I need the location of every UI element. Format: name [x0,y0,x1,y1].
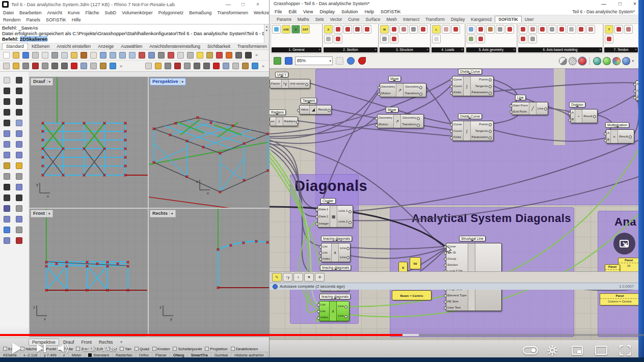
port-motion[interactable]: Motion [381,92,395,95]
ribbon-icon-4-loads-0[interactable]: L [432,25,441,34]
port-end-point[interactable]: End Point [513,110,528,114]
status-gumbal[interactable]: Gumbal [211,353,232,357]
copy-icon[interactable] [60,51,69,60]
gh-menu-file[interactable]: File [275,9,282,14]
viewport-front[interactable]: Front▾ zx [29,208,148,337]
port-b[interactable]: B [607,138,609,142]
viewport-rechts[interactable]: Rechts▾ zy [148,208,270,337]
gh-menu-edit[interactable]: Edit [289,9,297,14]
gh-tab-transform[interactable]: Transform [422,16,448,22]
port-transform[interactable]: Transform [402,123,416,126]
port-line[interactable]: Line [338,304,344,308]
port-list[interactable]: List [320,303,328,307]
gem-blue-icon[interactable] [593,57,601,65]
gh-menu-solution[interactable]: Solution [341,9,358,14]
viewport-dropdown-icon[interactable]: ▾ [47,80,51,83]
drauf-view-canvas[interactable]: yx [30,77,148,208]
cut-icon[interactable] [50,51,59,60]
lamp-icon[interactable] [195,51,204,60]
viewport-drauf[interactable]: Drauf▾ yx [29,76,148,208]
viewport-label-front[interactable]: Front▾ [31,210,53,217]
ribbon-icon-2-section-0[interactable]: A [324,25,333,34]
radians-node[interactable]: esrRadians [270,117,298,126]
port-fe-size[interactable]: FE Size [447,300,467,303]
next-icon[interactable] [36,343,47,353]
gh-tab-curve[interactable]: Curve [345,16,362,22]
toolbar-tab-standard[interactable]: Standard [2,43,28,49]
ribbon-icon-6-axis-based-modeling-8[interactable] [519,35,527,43]
port-line[interactable]: Line [338,314,344,318]
port-points[interactable]: Points [472,78,488,81]
rechts-view-canvas[interactable]: zy [149,209,269,337]
zoom-window-icon[interactable] [118,51,127,60]
lock-icon[interactable] [205,51,214,60]
menu-subd[interactable]: SubD [105,10,117,15]
ribbon-icon-5-axis-geometry-6[interactable] [476,35,485,43]
osnap-scheitelpunkt[interactable]: Scheitelpunkt [173,347,202,351]
move-icon[interactable] [166,51,175,60]
grasshopper-minimize-button[interactable]: — [598,1,609,7]
rendered-mode-icon[interactable] [244,51,253,60]
osnap-knoten[interactable]: Knoten [152,347,170,351]
tag-50[interactable]: 50 [410,257,421,269]
color-wheel-icon[interactable] [612,57,621,65]
toolbar-tab-ansichtsfenstereinstellung[interactable]: Ansichtsfenstereinstellung [146,43,204,49]
rhino-close-button[interactable]: × [252,1,263,8]
ribbon-icon-3-structure-5[interactable] [380,35,389,43]
ribbon-icon-6-axis-based-modeling-0[interactable] [519,25,527,34]
viewport-dropdown-icon[interactable]: ▾ [169,212,173,215]
toolbar-tab-ansicht-einstellen[interactable]: Ansicht einstellen [53,43,94,49]
volume-icon[interactable] [57,343,70,353]
dup-sofistik-grid-icon[interactable] [192,62,201,70]
document-preview-icon[interactable] [622,57,630,65]
port-line[interactable]: Line [340,246,346,250]
front-view-canvas[interactable]: zx [30,209,148,337]
port-a[interactable]: A [607,131,609,135]
port-value[interactable]: Value [301,108,308,112]
panel-column-centric[interactable]: PanelColumn = Centric [600,293,639,305]
status-ortho[interactable]: Ortho [136,353,152,357]
grasshopper-canvas[interactable]: DiagonalsAnalytical System DiagonalsAna [270,69,639,340]
port-tangents[interactable]: Tangents [472,85,488,88]
sofistik-line-icon[interactable] [89,62,98,70]
dup-sofistik-flag-icon[interactable] [211,62,221,70]
sofistik-grid-icon[interactable] [50,62,59,70]
open-file-icon[interactable] [273,57,282,66]
rhino-command-history[interactable]: Befehl: _SaveAs Datei erfolgreich gespei… [0,24,269,43]
sofistik-nodes-icon[interactable] [11,62,20,70]
freeform-icon[interactable] [14,119,23,127]
rotate-icon[interactable] [147,51,156,60]
multiplication-node[interactable]: AB×Result [606,129,634,144]
autoplay-toggle-icon[interactable] [523,346,538,354]
rotate-view-icon[interactable] [98,51,108,60]
port-geometry[interactable]: Geometry [405,85,419,89]
viewport-layout-icon[interactable] [156,51,166,60]
zoom-selected-icon[interactable] [137,51,146,60]
pan-icon[interactable] [89,51,98,60]
port-points[interactable]: Points [472,123,488,126]
menu-bema-ung[interactable]: Bemaßung [189,10,211,15]
toolbar-overflow-icon[interactable]: » [260,64,266,69]
curve-arrow-icon[interactable] [2,193,11,202]
open-icon[interactable] [11,51,20,60]
toolbar-overflow-icon[interactable]: » [253,52,260,58]
dup-sofistik-measure-icon[interactable] [163,62,172,70]
toolbar-tab-ausw-hlen[interactable]: Auswählen [117,43,146,49]
osnap-deaktivieren[interactable]: Deaktivieren [231,347,258,351]
rhino-titlebar[interactable]: Teil 6 - Das analytische System.3dm (127… [0,0,269,10]
sofistik-cabinet-icon[interactable] [98,62,108,70]
osnap-quad[interactable]: Quad [135,347,149,351]
port-parameters[interactable]: Parameters [472,135,488,139]
status-standard[interactable]: Standard [85,353,113,357]
object-snap-icon[interactable] [185,51,195,60]
gem-green-icon[interactable] [603,57,611,65]
ribbon-icon-1-general-3[interactable]: DAT [301,25,310,34]
gears-icon[interactable] [2,161,11,170]
paste-icon[interactable] [69,51,78,60]
port-b[interactable]: B [572,118,574,121]
sofistik-grid-edit-icon[interactable] [60,62,69,70]
gh-tab-maths[interactable]: Maths [294,16,312,22]
tangent-node[interactable]: Value◢Result [299,105,332,115]
status-smarttra[interactable]: SmartTra [188,353,211,357]
trash-icon[interactable] [14,236,23,245]
